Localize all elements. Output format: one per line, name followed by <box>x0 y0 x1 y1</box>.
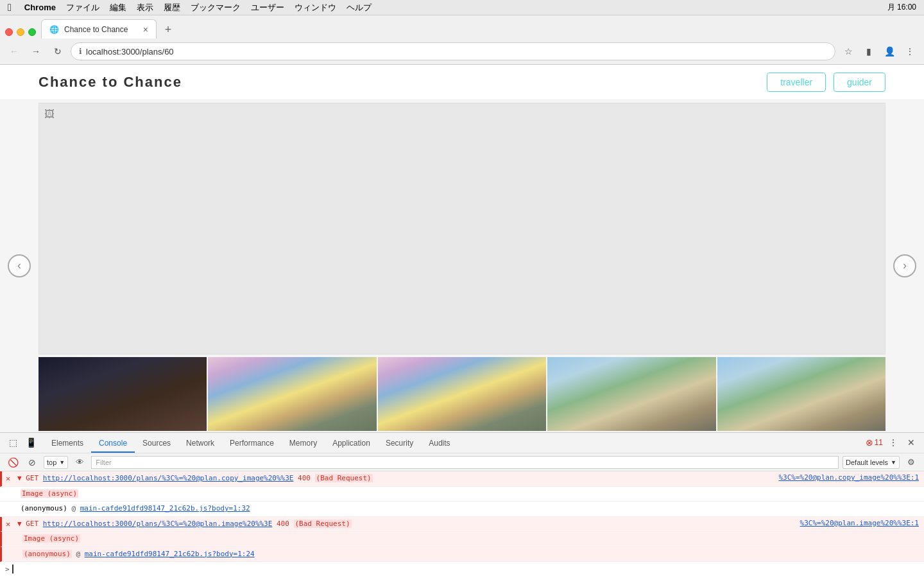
log-entry-2: ✕ ▼ GET http://localhost:3000/plans/%3C%… <box>0 517 924 532</box>
tab-favicon: 🌐 <box>49 25 59 34</box>
chevron-down-icon-levels: ▼ <box>891 459 896 466</box>
menubar-user[interactable]: ユーザー <box>251 2 284 13</box>
thumbnail-1[interactable] <box>38 357 207 431</box>
log-sub1-content-2: Image (async) <box>22 534 919 545</box>
tab-sources[interactable]: Sources <box>135 435 178 453</box>
log-sub1-content: Image (async) <box>21 489 919 500</box>
devtools-panel: ⬚ 📱 Elements Console Sources Network Per… <box>0 432 924 578</box>
tab-elements[interactable]: Elements <box>44 435 91 453</box>
log-url-2[interactable]: http://localhost:3000/plans/%3C%=%20@pla… <box>43 520 273 528</box>
forward-button[interactable]: → <box>27 42 45 60</box>
error-badge: ⊗ 11 <box>866 437 883 448</box>
console-filter-input[interactable]: Filter <box>91 456 839 469</box>
filter-placeholder: Filter <box>96 459 111 466</box>
thumbnail-4[interactable] <box>547 357 715 431</box>
console-eye-button[interactable]: 👁 <box>72 456 87 469</box>
next-button[interactable]: › <box>893 254 916 277</box>
log-status-code-2: 400 <box>277 520 294 528</box>
tab-performance[interactable]: Performance <box>222 435 282 453</box>
thumbnail-2[interactable] <box>208 357 376 431</box>
log-method: ▼ GET <box>17 474 43 482</box>
log-entry-1-partial: ✕ ▼ GET http://localhost:3000/plans/%3C%… <box>0 471 924 487</box>
menubar-view[interactable]: 表示 <box>137 2 153 13</box>
address-bar: ← → ↻ ℹ localhost:3000/plans/60 ☆ ▮ 👤 ⋮ <box>0 39 924 64</box>
menubar:  Chrome ファイル 編集 表示 履歴 ブックマーク ユーザー ウィンドウ… <box>0 0 924 15</box>
log-sub2-content: (anonymous) @ main-cafde91dfd98147_21c62… <box>21 504 919 514</box>
menubar-edit[interactable]: 編集 <box>110 2 126 13</box>
log-content-1-partial: ▼ GET http://localhost:3000/plans/%3C%=%… <box>17 473 773 484</box>
console-context-label: top <box>47 459 56 466</box>
window-close-button[interactable] <box>5 28 13 36</box>
devtools-more-button[interactable]: ⋮ <box>886 435 901 450</box>
menu-button[interactable]: ⋮ <box>901 42 919 60</box>
carousel-main-image: 🖼 <box>38 103 886 355</box>
tab-memory[interactable]: Memory <box>282 435 325 453</box>
log-source-1[interactable]: %3C%=%20@plan.copy_image%20%%3E:1 <box>773 473 919 482</box>
main-image-placeholder: 🖼 <box>39 103 885 354</box>
log-content-2: ▼ GET http://localhost:3000/plans/%3C%=%… <box>17 519 795 530</box>
log-fn-1[interactable]: main-cafde91dfd98147_21c62b.js?body=1:32 <box>80 504 250 512</box>
console-levels-label: Default levels <box>846 459 888 466</box>
devtools-tab-right: ⊗ 11 ⋮ ✕ <box>866 435 919 453</box>
tab-security[interactable]: Security <box>378 435 421 453</box>
log-url-1[interactable]: http://localhost:3000/plans/%3C%=%20@pla… <box>43 474 294 482</box>
prev-button[interactable]: ‹ <box>8 254 31 277</box>
window-minimize-button[interactable] <box>17 28 24 36</box>
carousel-next[interactable]: › <box>886 100 924 431</box>
image-async-label: Image (async) <box>21 489 78 498</box>
tab-title: Chance to Chance <box>64 25 138 34</box>
anonymous-badge-2: (anonymous) <box>22 550 72 558</box>
tab-application[interactable]: Application <box>325 435 378 453</box>
carousel-prev[interactable]: ‹ <box>0 100 38 431</box>
guider-button[interactable]: guider <box>834 73 886 92</box>
menubar-help[interactable]: ヘルプ <box>346 2 372 13</box>
reload-button[interactable]: ↻ <box>49 42 67 60</box>
devtools-inspect-button[interactable]: ⬚ <box>5 435 21 450</box>
log-at-1: @ <box>71 504 80 512</box>
menubar-bookmarks[interactable]: ブックマーク <box>191 2 241 13</box>
tab-audits[interactable]: Audits <box>421 435 458 453</box>
menubar-history[interactable]: 履歴 <box>164 2 180 13</box>
error-icon: ⊗ <box>866 437 873 448</box>
log-at-2: @ <box>76 550 84 558</box>
log-source-2[interactable]: %3C%=%20@plan.image%20%%3E:1 <box>795 519 919 527</box>
tab-close-button[interactable]: × <box>143 25 148 34</box>
prompt-cursor[interactable] <box>12 565 13 574</box>
secure-icon: ℹ <box>79 47 82 56</box>
menubar-file[interactable]: ファイル <box>66 2 99 13</box>
console-context-select[interactable]: top ▼ <box>44 456 68 469</box>
new-tab-button[interactable]: + <box>159 21 177 39</box>
carousel-content: 🖼 <box>38 100 886 431</box>
thumbnail-5[interactable] <box>717 357 886 431</box>
apple-menu[interactable]:  <box>8 2 12 13</box>
menubar-window[interactable]: ウィンドウ <box>295 2 336 13</box>
log-method-2: ▼ GET <box>17 520 43 528</box>
console-settings-button[interactable]: ⚙ <box>903 456 919 469</box>
cast-button[interactable]: ▮ <box>860 42 878 60</box>
traveller-button[interactable]: traveller <box>767 73 826 92</box>
devtools-tabbar: ⬚ 📱 Elements Console Sources Network Per… <box>0 433 924 453</box>
bookmark-button[interactable]: ☆ <box>839 42 857 60</box>
log-entry-1-sub1: Image (async) <box>0 487 924 502</box>
devtools-close-button[interactable]: ✕ <box>903 435 919 450</box>
address-input[interactable]: ℹ localhost:3000/plans/60 <box>71 42 835 60</box>
tab-bar: 🌐 Chance to Chance × + <box>0 15 924 39</box>
menubar-chrome[interactable]: Chrome <box>24 3 56 12</box>
profile-button[interactable]: 👤 <box>880 42 898 60</box>
carousel-area: ‹ 🖼 <box>0 100 924 431</box>
window-maximize-button[interactable] <box>28 28 36 36</box>
tab-console[interactable]: Console <box>91 435 135 453</box>
back-button[interactable]: ← <box>5 42 23 60</box>
console-clear-log-button[interactable]: ⊘ <box>24 455 40 470</box>
chevron-down-icon: ▼ <box>59 459 65 466</box>
console-levels-select[interactable]: Default levels ▼ <box>843 456 900 469</box>
error-indicator-2: ✕ <box>6 520 10 529</box>
console-clear-button[interactable]: 🚫 <box>5 455 21 470</box>
log-fn-2[interactable]: main-cafde91dfd98147_21c62b.js?body=1:24 <box>85 550 255 558</box>
tab-network[interactable]: Network <box>178 435 222 453</box>
devtools-device-button[interactable]: 📱 <box>23 435 38 450</box>
thumbnail-3[interactable] <box>378 357 546 431</box>
console-prompt[interactable]: > <box>0 562 924 576</box>
browser-tab-active[interactable]: 🌐 Chance to Chance × <box>41 19 157 39</box>
devtools-left-icons: ⬚ 📱 <box>5 435 38 453</box>
